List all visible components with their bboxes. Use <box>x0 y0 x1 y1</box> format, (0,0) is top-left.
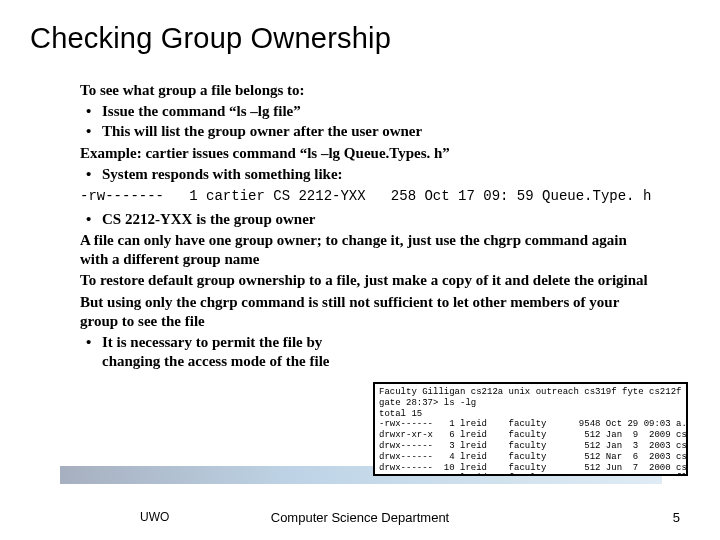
list-item: It is necessary to permit the file by ch… <box>102 333 342 371</box>
list-item: CS 2212-YXX is the group owner <box>102 210 650 229</box>
body-paragraph: To restore default group ownership to a … <box>80 271 650 290</box>
example-list: System responds with something like: <box>80 165 650 184</box>
intro-list: Issue the command “ls –lg file” This wil… <box>80 102 650 141</box>
list-item: Issue the command “ls –lg file” <box>102 102 650 121</box>
footer-page-number: 5 <box>673 510 680 525</box>
command-output: -rw------- 1 cartier CS 2212-YXX 258 Oct… <box>80 188 650 206</box>
list-item: This will list the group owner after the… <box>102 122 650 141</box>
final-list: It is necessary to permit the file by ch… <box>80 333 650 371</box>
body-paragraph: A file can only have one group owner; to… <box>80 231 650 269</box>
body-paragraph: But using only the chgrp command is stil… <box>80 293 650 331</box>
group-owner-list: CS 2212-YXX is the group owner <box>80 210 650 229</box>
page-title: Checking Group Ownership <box>30 22 690 55</box>
terminal-screenshot: Faculty Gilligan cs212a unix outreach cs… <box>373 382 688 476</box>
example-line: Example: cartier issues command “ls –lg … <box>80 144 650 163</box>
intro-text: To see what group a file belongs to: <box>80 81 650 100</box>
slide-body: To see what group a file belongs to: Iss… <box>80 81 650 371</box>
list-item: System responds with something like: <box>102 165 650 184</box>
footer-department: Computer Science Department <box>0 510 720 525</box>
